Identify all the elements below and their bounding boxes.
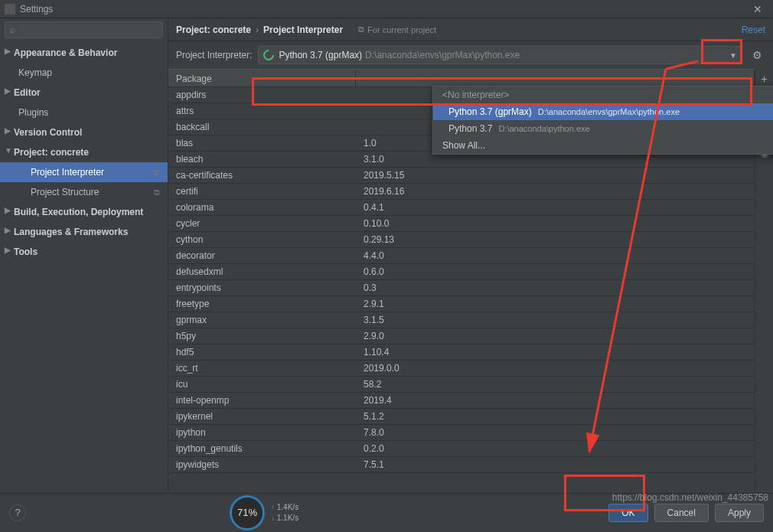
col-version[interactable] <box>356 70 755 86</box>
interpreter-name: Python 3.7 (gprMax) <box>279 50 362 60</box>
pkg-version: 2019.5.15 <box>356 168 755 183</box>
table-row[interactable]: icu58.2 <box>168 377 755 393</box>
pkg-version: 0.10.0 <box>356 216 755 231</box>
sidebar-item[interactable]: Tools <box>0 242 168 262</box>
apply-button[interactable]: Apply <box>715 504 764 522</box>
pkg-name: ca-certificates <box>168 168 356 183</box>
sidebar-item[interactable]: Editor <box>0 83 168 103</box>
pkg-name: entrypoints <box>168 280 356 295</box>
pkg-version: 2.9.1 <box>356 296 755 312</box>
pkg-name: appdirs <box>168 87 356 103</box>
help-button[interactable]: ? <box>9 504 26 521</box>
interpreter-settings-button[interactable]: ⚙ <box>749 47 765 64</box>
pkg-name: freetype <box>168 296 356 312</box>
interpreter-combo[interactable]: Python 3.7 (gprMax) D:\anaconda\envs\gpr… <box>258 46 742 64</box>
table-row[interactable]: decorator4.4.0 <box>168 248 755 264</box>
table-row[interactable]: hdf51.10.4 <box>168 344 755 361</box>
breadcrumb-sep: › <box>256 24 259 35</box>
interpreter-dropdown[interactable]: <No interpreter> Python 3.7 (gprMax) D:\… <box>432 86 773 155</box>
pkg-name: h5py <box>168 328 356 344</box>
content-area: Project: concrete › Project Interpreter … <box>168 18 773 493</box>
table-row[interactable]: entrypoints0.3 <box>168 280 755 296</box>
pkg-name: colorama <box>168 200 356 215</box>
dd-item-base[interactable]: Python 3.7 D:\anaconda\python.exe <box>433 120 773 137</box>
table-row[interactable]: colorama0.4.1 <box>168 200 755 216</box>
speed-widget: 71% 1.4K/s 1.1K/s <box>230 495 298 530</box>
table-row[interactable]: gprmax3.1.5 <box>168 312 755 328</box>
search-box[interactable]: ⌕ <box>5 21 163 38</box>
table-row[interactable]: ca-certificates2019.5.15 <box>168 168 755 184</box>
dd-show-all[interactable]: Show All... <box>433 137 773 154</box>
sidebar-item[interactable]: ⧉Project Structure <box>0 182 168 202</box>
breadcrumb-page: Project Interpreter <box>263 24 343 35</box>
interpreter-label: Project Interpreter: <box>176 50 252 60</box>
pkg-version: 3.1.5 <box>356 312 755 328</box>
table-row[interactable]: icc_rt2019.0.0 <box>168 361 755 377</box>
ok-button[interactable]: OK <box>608 504 647 522</box>
table-row[interactable]: h5py2.9.0 <box>168 328 755 344</box>
table-row[interactable]: cython0.29.13 <box>168 232 755 248</box>
pkg-version: 7.5.1 <box>356 457 755 472</box>
pkg-version: 2.9.0 <box>356 328 755 344</box>
dd-item-path: D:\anaconda\envs\gprMax\python.exe <box>538 107 680 116</box>
search-icon: ⌕ <box>10 24 15 35</box>
pkg-version: 0.3 <box>356 280 755 295</box>
packages-header: Package <box>168 69 755 87</box>
pkg-version: 1.10.4 <box>356 344 755 360</box>
pkg-version: 0.29.13 <box>356 232 755 247</box>
dd-no-interpreter[interactable]: <No interpreter> <box>433 86 773 103</box>
close-icon[interactable]: ✕ <box>747 3 768 15</box>
table-row[interactable]: certifi2019.6.16 <box>168 184 755 200</box>
pkg-name: gprmax <box>168 312 356 328</box>
table-row[interactable]: defusedxml0.6.0 <box>168 264 755 280</box>
pkg-name: certifi <box>168 184 356 199</box>
sidebar-item[interactable]: Version Control <box>0 122 168 142</box>
pkg-version: 4.4.0 <box>356 248 755 263</box>
pkg-name: attrs <box>168 103 356 119</box>
breadcrumb: Project: concrete › Project Interpreter … <box>168 18 773 41</box>
pkg-name: cython <box>168 232 356 247</box>
app-icon <box>5 4 15 15</box>
pkg-name: defusedxml <box>168 264 356 279</box>
chevron-down-icon: ▼ <box>729 51 737 60</box>
search-input[interactable] <box>18 24 158 35</box>
pkg-name: icu <box>168 377 356 392</box>
dd-item-name: Python 3.7 (gprMax) <box>448 106 532 117</box>
reset-link[interactable]: Reset <box>742 24 765 35</box>
pkg-version: 58.2 <box>356 377 755 392</box>
pkg-version: 0.2.0 <box>356 441 755 456</box>
table-row[interactable]: ipywidgets7.5.1 <box>168 457 755 473</box>
window-title: Settings <box>20 4 53 15</box>
pkg-name: ipython <box>168 425 356 440</box>
pkg-version: 2019.4 <box>356 393 755 408</box>
sidebar-item[interactable]: Project: concrete <box>0 142 168 162</box>
dd-item-gprmax[interactable]: Python 3.7 (gprMax) D:\anaconda\envs\gpr… <box>433 103 773 120</box>
pkg-name: bleach <box>168 152 356 167</box>
copy-icon: ⧉ <box>358 24 364 34</box>
sidebar-item[interactable]: Plugins <box>0 103 168 122</box>
interpreter-row: Project Interpreter: Python 3.7 (gprMax)… <box>168 41 773 69</box>
col-package[interactable]: Package <box>168 70 356 86</box>
download-speed: 1.1K/s <box>271 513 298 524</box>
pkg-name: icc_rt <box>168 361 356 376</box>
table-row[interactable]: ipython7.8.0 <box>168 425 755 441</box>
python-icon <box>261 47 276 63</box>
table-row[interactable]: freetype2.9.1 <box>168 296 755 312</box>
table-row[interactable]: ipykernel5.1.2 <box>168 409 755 425</box>
pkg-name: backcall <box>168 119 356 135</box>
add-package-button[interactable]: + <box>758 72 771 86</box>
sidebar-item[interactable]: Keymap <box>0 63 168 83</box>
sidebar-item[interactable]: ⧉Project Interpreter <box>0 162 168 182</box>
table-row[interactable]: cycler0.10.0 <box>168 216 755 232</box>
sidebar-item[interactable]: Appearance & Behavior <box>0 43 168 63</box>
table-row[interactable]: intel-openmp2019.4 <box>168 393 755 409</box>
cancel-button[interactable]: Cancel <box>654 504 709 522</box>
sidebar-item[interactable]: Build, Execution, Deployment <box>0 202 168 222</box>
settings-tree: Appearance & BehaviorKeymapEditorPlugins… <box>0 41 168 263</box>
pkg-version: 0.6.0 <box>356 264 755 279</box>
sidebar-item[interactable]: Languages & Frameworks <box>0 222 168 242</box>
table-row[interactable]: ipython_genutils0.2.0 <box>168 441 755 457</box>
pkg-name: ipywidgets <box>168 457 356 472</box>
pkg-version: 5.1.2 <box>356 409 755 424</box>
upload-speed: 1.4K/s <box>271 502 298 513</box>
